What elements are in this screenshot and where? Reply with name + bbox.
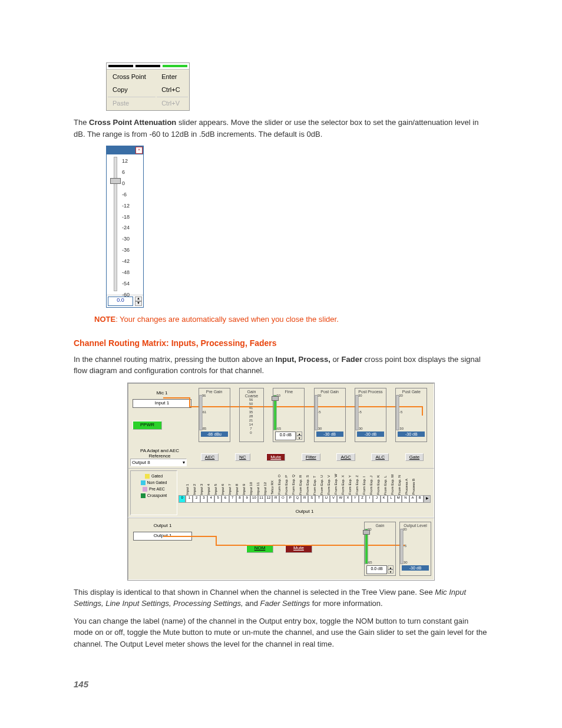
matrix-cell[interactable]: 8: [236, 495, 243, 503]
context-menu-items: Cross Point Enter Copy Ctrl+C Paste Ctrl…: [107, 69, 189, 110]
ppwr-button[interactable]: PPWR: [133, 421, 162, 430]
fine-value-input[interactable]: 0.0 dB: [275, 431, 296, 440]
paragraph-routing-matrix: In the channel routing matrix, pressing …: [74, 354, 488, 377]
section-heading-routing-matrix: Channel Routing Matrix: Inputs, Processi…: [74, 338, 488, 348]
mic-label: Mic 1: [133, 390, 191, 396]
output-name-field[interactable]: Output 1: [133, 532, 192, 541]
matrix-cell[interactable]: R: [301, 495, 308, 503]
fine-slider[interactable]: Fine 20-65 0.0 dB ▲▼: [273, 388, 305, 442]
matrix-cell[interactable]: 4: [207, 495, 214, 503]
attenuation-spinner[interactable]: ▲▼: [135, 297, 142, 306]
matrix-cell[interactable]: 11: [258, 495, 265, 503]
matrix-cell[interactable]: T: [315, 495, 322, 503]
matrix-cell[interactable]: W: [337, 495, 344, 503]
matrix-cell[interactable]: 2: [193, 495, 200, 503]
alc-button[interactable]: ALC: [371, 453, 389, 461]
matrix-cell[interactable]: 0: [178, 495, 186, 503]
matrix-cell[interactable]: L: [388, 495, 395, 503]
matrix-cell[interactable]: U: [323, 495, 330, 503]
post-gate-meter: Post Gate 20-5-30 -30 dB: [395, 388, 427, 442]
context-menu-figure: Cross Point Enter Copy Ctrl+C Paste Ctrl…: [106, 62, 190, 111]
pre-gain-meter: Pre Gain 36-61-85 -86 dBu: [199, 388, 230, 442]
matrix-cell[interactable]: K: [381, 495, 388, 503]
matrix-cell[interactable]: Q: [294, 495, 301, 503]
filter-button[interactable]: Filter: [302, 453, 320, 461]
matrix-cell[interactable]: M: [395, 495, 402, 503]
matrix-cell[interactable]: 10: [250, 495, 257, 503]
matrix-cell[interactable]: A: [409, 495, 416, 503]
slider-ticks: 12 6 0 -6 -12 -18 -24 -30 -36 -42 -48 -5…: [122, 156, 130, 301]
matrix-cell[interactable]: R: [272, 495, 279, 503]
post-process-meter: Post Process 20-5-30 -30 dB: [355, 388, 386, 442]
page-number: 145: [74, 679, 488, 689]
matrix-cell[interactable]: 9: [243, 495, 250, 503]
aec-ref-dropdown[interactable]: Output 8▾: [130, 459, 187, 466]
agc-button[interactable]: AGC: [336, 453, 355, 461]
menu-item-paste: Paste Ctrl+V: [108, 97, 188, 109]
matrix-cell[interactable]: Z: [359, 495, 366, 503]
matrix-scroll-right-icon[interactable]: ▶: [424, 495, 431, 503]
output-level-meter: Output Level 20-5-30 -30 dB: [399, 522, 431, 576]
aec-ref-label: PA Adapt and AEC Reference: [130, 448, 189, 459]
output-label: Output 1: [133, 523, 192, 528]
nc-button[interactable]: NC: [235, 453, 250, 461]
matrix-cell[interactable]: 5: [214, 495, 222, 503]
matrix-col-headers: Input 1Input 2Input 3Input 4Input 5Input…: [178, 472, 431, 495]
aec-button[interactable]: AEC: [201, 453, 219, 461]
gain-coarse-slider[interactable]: Gain Coarse 56 50 41 35 28 21 14 7 0: [239, 388, 264, 442]
nom-button[interactable]: NOM: [246, 544, 273, 553]
matrix-cell[interactable]: I: [366, 495, 373, 503]
attenuation-slider-popup: × 12 6 0 -6 -12 -18 -24 -30 -36 -42 -48: [106, 146, 144, 308]
matrix-cell[interactable]: 1: [186, 495, 193, 503]
note-autosave: NOTE: Your changes are automatically sav…: [94, 314, 488, 325]
output-gain-spinner[interactable]: ▲▼: [388, 565, 394, 574]
paragraph-crosspoint-slider: The Cross Point Attenuation slider appea…: [74, 117, 488, 140]
matrix-cell[interactable]: V: [330, 495, 337, 503]
matrix-cell[interactable]: 7: [229, 495, 236, 503]
matrix-cell[interactable]: S: [308, 495, 315, 503]
matrix-cell[interactable]: Y: [352, 495, 359, 503]
mute-button[interactable]: Mute: [266, 453, 285, 461]
input-name-field[interactable]: Input 1: [133, 399, 191, 408]
matrix-row[interactable]: 0123456789101112ROPQRSTUVWXYZIJKLMNAB▶: [178, 495, 431, 503]
matrix-cell[interactable]: O: [279, 495, 286, 503]
matrix-legend: Gated Non Gated Pre AEC Crosspoint: [130, 470, 177, 515]
fine-spinner[interactable]: ▲▼: [296, 431, 302, 440]
gate-button[interactable]: Gate: [405, 453, 424, 461]
matrix-cell[interactable]: N: [402, 495, 409, 503]
matrix-cell[interactable]: J: [373, 495, 380, 503]
matrix-cell[interactable]: X: [344, 495, 351, 503]
output-gain-slider[interactable]: Gain 20-65 0.0 dB ▲▼: [364, 522, 396, 576]
attenuation-slider[interactable]: 12 6 0 -6 -12 -18 -24 -30 -36 -42 -48 -5…: [107, 157, 143, 292]
matrix-cell[interactable]: 12: [265, 495, 272, 503]
signal-flow-figure: Mic 1 Input 1 PPWR Pre Gain 36-61-85 -86…: [127, 383, 435, 581]
menu-item-copy[interactable]: Copy Ctrl+C: [108, 84, 188, 95]
matrix-cell[interactable]: 3: [200, 495, 207, 503]
matrix-cell[interactable]: P: [287, 495, 294, 503]
output-mute-button[interactable]: Mute: [285, 544, 312, 553]
close-icon[interactable]: ×: [135, 147, 143, 154]
menu-item-crosspoint[interactable]: Cross Point Enter: [108, 71, 188, 83]
matrix-cell[interactable]: B: [416, 495, 424, 503]
matrix-row-label: Output 1: [178, 509, 431, 514]
post-gain-meter: Post Gain 20-5-30 -30 dB: [314, 388, 346, 442]
matrix-cell[interactable]: 6: [222, 495, 229, 503]
paragraph-display-identical: This display is identical to that shown …: [74, 587, 488, 610]
paragraph-output-controls: You can change the label (name) of the c…: [74, 615, 488, 650]
output-gain-value[interactable]: 0.0 dB: [366, 565, 387, 574]
